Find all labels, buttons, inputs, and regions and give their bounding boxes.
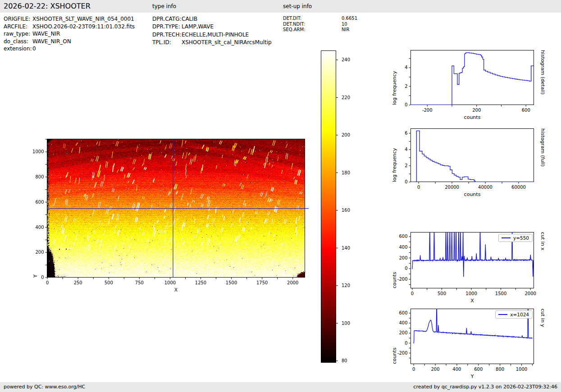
tick-label: 60000 <box>511 185 526 190</box>
tick-label: 0 <box>411 291 414 296</box>
tick-label: 1000 <box>516 367 527 372</box>
plot-right-label: cut in y <box>540 309 546 364</box>
field-value: XSHOOTER_slt_cal_NIRArcsMultip <box>182 39 272 46</box>
colorbar-tick-label: 160 <box>342 208 350 213</box>
field-label: DPR.TYPE: <box>152 23 182 31</box>
field-label: DPR.TECH: <box>152 31 182 39</box>
file-info-list: ORIGFILE:XSHOOTER_SLT_WAVE_NIR_054_0001 … <box>4 15 135 53</box>
info-row-detdit: DET.DIT:0.6651 <box>283 16 357 22</box>
plot-spines <box>411 129 534 182</box>
colorbar-tick-label: 240 <box>342 57 350 62</box>
field-value: ECHELLE,MULTI-PINHOLE <box>182 32 249 38</box>
tick-label: 750 <box>135 280 144 285</box>
tick-label: -200 <box>397 351 408 356</box>
histogram-detail-plot: -200200600024 counts log frequency histo… <box>410 50 534 105</box>
tick-label: 0 <box>405 179 407 184</box>
colorbar-border <box>321 51 336 363</box>
legend-line-sample <box>498 314 507 315</box>
legend-x1024: x=1024 <box>495 310 533 319</box>
legend-label: y=550 <box>513 235 529 241</box>
raw-image-plot: 0250500750100012501500175020000200400600… <box>47 139 305 278</box>
setup-info-list: DET.DIT:0.6651 DET.NDIT:10 SEQ.ARM:NIR <box>283 16 357 33</box>
page-title: 2026-02-22: XSHOOTER <box>4 2 91 10</box>
colorbar-tick-label: 140 <box>342 246 350 251</box>
field-label: TPL.ID: <box>152 39 182 46</box>
tick-label: -200 <box>397 277 408 282</box>
tick-label: 600 <box>522 108 530 113</box>
field-value: 0.6651 <box>342 16 357 21</box>
tick-label: 200 <box>399 255 407 260</box>
footer-right: created by qc_rawdisp.py v1.2.3 on 2026-… <box>413 382 557 392</box>
field-value: CALIB <box>182 16 197 22</box>
field-label: extension: <box>4 45 32 53</box>
tick-label: 0 <box>405 102 407 107</box>
info-row-dprtech: DPR.TECH:ECHELLE,MULTI-PINHOLE <box>152 31 272 39</box>
data-line <box>410 131 534 182</box>
plot-xlabel: counts <box>410 191 534 197</box>
section-title-type-info: type info <box>152 3 176 9</box>
tick-label: 1500 <box>226 280 237 285</box>
field-value: 10 <box>342 22 347 27</box>
field-label: DPR.CATG: <box>152 15 182 23</box>
plot-ylabel: log frequency <box>392 128 397 182</box>
plot-ylabel: counts <box>392 232 397 288</box>
field-value: XSHOO.2026-02-23T09:11:01.032.fits <box>32 23 135 30</box>
tick-label: 40000 <box>478 185 493 190</box>
tick-label: 500 <box>438 291 446 296</box>
info-row-tplid: TPL.ID:XSHOOTER_slt_cal_NIRArcsMultip <box>152 39 272 46</box>
plot-right-label: cut in x <box>540 232 546 288</box>
plot-axes: -200200600024 <box>410 50 534 105</box>
tick-label: 4 <box>405 147 407 152</box>
plot-ylabel: counts <box>392 309 397 364</box>
info-row-dprcatg: DPR.CATG:CALIB <box>152 15 272 23</box>
axes-group: 02000040000600000246 <box>405 131 526 189</box>
tick-label: 600 <box>399 310 407 315</box>
histogram-full-plot: 02000040000600000246 counts log frequenc… <box>410 128 534 182</box>
tick-label: 1000 <box>465 291 477 296</box>
tick-label: 500 <box>105 280 113 285</box>
info-row-extension: extension:0 <box>4 45 135 53</box>
axes-group: 02004006008001000-2000200400600 <box>397 310 533 371</box>
colorbar-tick-label: 180 <box>342 170 350 175</box>
tick-label: 600 <box>399 234 407 239</box>
colorbar-tick-label: 80 <box>342 358 347 363</box>
field-label: DET.NDIT: <box>283 22 342 27</box>
field-label: do_class: <box>4 38 32 46</box>
plot-axes: 02000040000600000246 <box>410 128 534 182</box>
info-row-detndit: DET.NDIT:10 <box>283 22 357 27</box>
tick-label: 2000 <box>525 291 536 296</box>
tick-label: 0 <box>417 185 420 190</box>
main-plot-xlabel: X <box>47 287 305 293</box>
data-line <box>414 298 532 344</box>
footer-bar: powered by QC: www.eso.org/HC created by… <box>0 382 561 392</box>
axes-group: 0250500750100012501500175020000200400600… <box>32 139 298 285</box>
tick-label: 800 <box>496 367 504 372</box>
data-line <box>412 225 534 277</box>
tick-label: 400 <box>399 320 407 325</box>
colorbar: 24022020018016014012010080 <box>321 50 336 363</box>
plot-ylabel: log frequency <box>392 50 397 105</box>
info-row-dprtype: DPR.TYPE:LAMP,WAVE <box>152 23 272 31</box>
plot-xlabel: Y <box>410 374 534 379</box>
tick-label: 1000 <box>164 280 176 285</box>
axes-group: -200200600024 <box>405 59 530 113</box>
plot-spines <box>411 50 534 105</box>
tick-label: 0 <box>405 341 407 346</box>
field-label: SEQ.ARM: <box>283 27 342 33</box>
type-info-list: DPR.CATG:CALIB DPR.TYPE:LAMP,WAVE DPR.TE… <box>152 15 272 46</box>
info-row-rawtype: raw_type:WAVE_NIR <box>4 30 135 38</box>
field-value: XSHOOTER_SLT_WAVE_NIR_054_0001 <box>32 16 134 22</box>
tick-label: 200 <box>399 330 407 335</box>
field-value: WAVE_NIR_ON <box>32 38 71 45</box>
plot-xlabel: X <box>410 298 534 304</box>
legend-y550: y=550 <box>498 234 533 242</box>
tick-label: 2 <box>405 84 407 89</box>
field-label: DET.DIT: <box>283 16 342 22</box>
plot-xlabel: counts <box>410 114 534 120</box>
tick-label: 0 <box>405 266 407 271</box>
tick-label: 200 <box>431 367 439 372</box>
tick-label: 0 <box>41 275 44 280</box>
tick-label: 0 <box>46 280 49 285</box>
info-row-origfile: ORIGFILE:XSHOOTER_SLT_WAVE_NIR_054_0001 <box>4 15 135 23</box>
field-value: LAMP,WAVE <box>182 23 214 30</box>
